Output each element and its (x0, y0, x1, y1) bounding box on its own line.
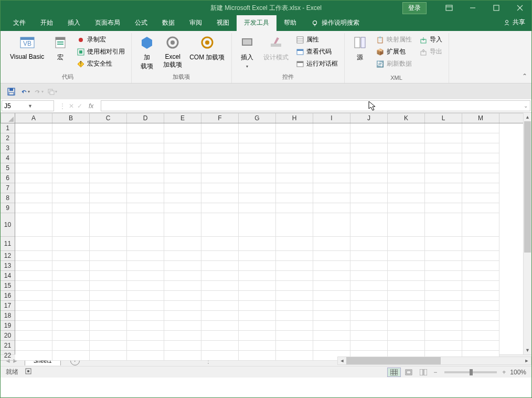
cell[interactable] (313, 143, 350, 153)
cell[interactable] (276, 143, 313, 153)
cell[interactable] (164, 261, 201, 271)
column-header[interactable]: F (201, 113, 239, 123)
row-header[interactable]: 2 (1, 133, 15, 143)
cell[interactable] (388, 143, 425, 153)
macro-recorder-icon[interactable] (25, 368, 32, 376)
cell[interactable] (239, 351, 276, 361)
cell[interactable] (425, 281, 462, 291)
cell[interactable] (425, 291, 462, 301)
cell[interactable] (164, 123, 201, 133)
cell[interactable] (164, 331, 201, 341)
cell[interactable] (90, 271, 127, 281)
cell[interactable] (15, 301, 52, 311)
column-header[interactable]: B (52, 113, 90, 123)
cell[interactable] (201, 173, 239, 183)
cell[interactable] (90, 331, 127, 341)
minimize-icon[interactable] (461, 1, 484, 15)
cell[interactable] (462, 183, 499, 193)
cell[interactable] (239, 281, 276, 291)
cell[interactable] (350, 261, 388, 271)
cell[interactable] (276, 251, 313, 261)
excel-addins-button[interactable]: Excel 加载项 (161, 33, 184, 72)
cell[interactable] (201, 133, 239, 143)
cell[interactable] (90, 311, 127, 321)
tab-developer[interactable]: 开发工具 (237, 15, 276, 31)
cell[interactable] (350, 301, 388, 311)
cell[interactable] (276, 203, 313, 213)
cell[interactable] (201, 213, 239, 237)
cell[interactable] (164, 163, 201, 173)
tab-formulas[interactable]: 公式 (127, 15, 155, 31)
cell[interactable] (127, 311, 164, 321)
zoom-in-button[interactable]: + (502, 369, 506, 376)
tab-help[interactable]: 帮助 (276, 15, 304, 31)
cell[interactable] (462, 251, 499, 261)
cell[interactable] (15, 237, 52, 251)
row-header[interactable]: 14 (1, 271, 15, 281)
cell[interactable] (52, 311, 90, 321)
cell[interactable] (127, 123, 164, 133)
cell[interactable] (350, 341, 388, 351)
cell[interactable] (52, 143, 90, 153)
cell[interactable] (462, 321, 499, 331)
cell[interactable] (127, 133, 164, 143)
visual-basic-button[interactable]: VB Visual Basic (8, 33, 46, 72)
cell[interactable] (15, 183, 52, 193)
cell[interactable] (313, 291, 350, 301)
cell[interactable] (350, 321, 388, 331)
cell[interactable] (15, 251, 52, 261)
login-button[interactable]: 登录 (402, 2, 427, 14)
cell[interactable] (388, 341, 425, 351)
cell[interactable] (276, 193, 313, 203)
cell[interactable] (313, 251, 350, 261)
cell[interactable] (164, 271, 201, 281)
cell[interactable] (313, 203, 350, 213)
run-dialog-button[interactable]: 运行对话框 (294, 58, 340, 69)
cell[interactable] (350, 251, 388, 261)
com-addins-button[interactable]: COM 加载项 (187, 33, 227, 72)
design-mode-button[interactable]: 设计模式 (261, 33, 291, 72)
column-header[interactable]: C (90, 113, 127, 123)
zoom-out-button[interactable]: − (433, 369, 437, 376)
undo-button[interactable]: ▾ (19, 86, 30, 97)
cell[interactable] (276, 261, 313, 271)
row-header[interactable]: 22 (1, 351, 15, 361)
cell[interactable] (164, 203, 201, 213)
cell[interactable] (239, 331, 276, 341)
cell[interactable] (425, 143, 462, 153)
tab-home[interactable]: 开始 (33, 15, 60, 31)
cell[interactable] (313, 301, 350, 311)
cell[interactable] (425, 331, 462, 341)
cell[interactable] (425, 321, 462, 331)
cell[interactable] (15, 261, 52, 271)
column-header[interactable]: J (350, 113, 388, 123)
cell[interactable] (164, 281, 201, 291)
cell[interactable] (313, 261, 350, 271)
refresh-data-button[interactable]: 🔄刷新数据 (374, 58, 414, 69)
cell[interactable] (15, 173, 52, 183)
cell[interactable] (52, 261, 90, 271)
row-header[interactable]: 8 (1, 193, 15, 203)
cell[interactable] (388, 331, 425, 341)
row-header[interactable]: 12 (1, 251, 15, 261)
cell[interactable] (388, 301, 425, 311)
column-header[interactable]: E (164, 113, 201, 123)
save-button[interactable] (6, 86, 16, 97)
cell[interactable] (90, 133, 127, 143)
cell[interactable] (350, 291, 388, 301)
cell[interactable] (239, 321, 276, 331)
cell[interactable] (52, 153, 90, 163)
cell[interactable] (201, 153, 239, 163)
row-header[interactable]: 15 (1, 281, 15, 291)
cell[interactable] (388, 251, 425, 261)
cell[interactable] (276, 351, 313, 361)
cell[interactable] (201, 301, 239, 311)
cell[interactable] (15, 341, 52, 351)
cell[interactable] (313, 321, 350, 331)
insert-control-button[interactable]: 插入 ▾ (236, 33, 258, 72)
scroll-up-icon[interactable]: ▲ (524, 113, 531, 121)
cell[interactable] (127, 143, 164, 153)
cell[interactable] (425, 163, 462, 173)
cell[interactable] (90, 213, 127, 237)
tab-page-layout[interactable]: 页面布局 (88, 15, 127, 31)
